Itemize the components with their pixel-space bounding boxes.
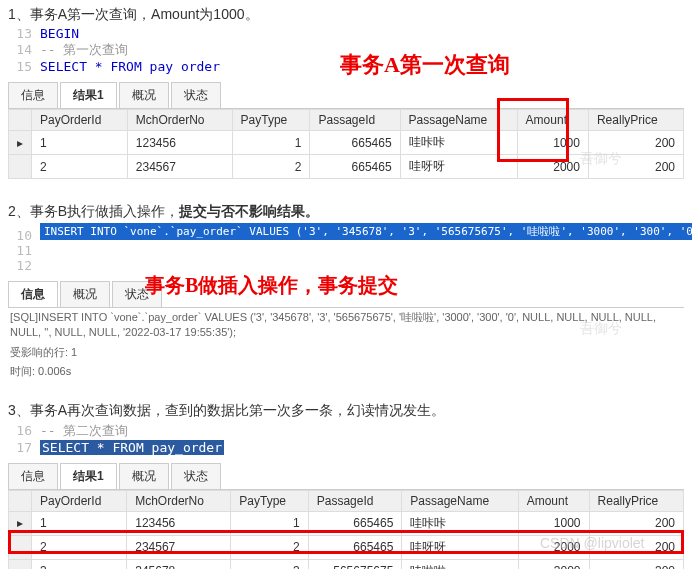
tab-status[interactable]: 状态 xyxy=(171,463,221,489)
code-block-2: 10INSERT INTO `vone`.`pay_order` VALUES … xyxy=(0,223,692,277)
tab-profile[interactable]: 概况 xyxy=(119,463,169,489)
table-header-row: PayOrderIdMchOrderNoPayTypePassageIdPass… xyxy=(9,110,684,131)
tab-result1[interactable]: 结果1 xyxy=(60,463,117,489)
table-row[interactable]: 22345672665465哇呀呀2000200 xyxy=(9,155,684,179)
table-header-row: PayOrderIdMchOrderNoPayTypePassageIdPass… xyxy=(9,490,684,511)
tabs-3: 信息 结果1 概况 状态 xyxy=(8,463,684,490)
annotation-red-2: 事务B做插入操作，事务提交 xyxy=(145,272,398,299)
tab-info[interactable]: 信息 xyxy=(8,82,58,108)
log-line-3: 时间: 0.006s xyxy=(0,362,692,381)
tab-status[interactable]: 状态 xyxy=(171,82,221,108)
tab-info[interactable]: 信息 xyxy=(8,281,58,307)
table-row[interactable]: 33456783565675675哇啦啦3000300 xyxy=(9,559,684,569)
tab-result1[interactable]: 结果1 xyxy=(60,82,117,108)
sql-select-highlight: SELECT * FROM pay_order xyxy=(40,440,224,455)
tab-profile[interactable]: 概况 xyxy=(119,82,169,108)
csdn-watermark: CSDN @lipviolet xyxy=(540,535,644,551)
section2-title: 2、事务B执行做插入操作，提交与否不影响结果。 xyxy=(0,197,692,223)
annotation-red-1: 事务A第一次查询 xyxy=(340,50,510,80)
sql-insert-highlight: INSERT INTO `vone`.`pay_order` VALUES ('… xyxy=(40,223,692,240)
tab-info[interactable]: 信息 xyxy=(8,463,58,489)
section1-title: 1、事务A第一次查询，Amount为1000。 xyxy=(0,0,692,26)
result-table-1[interactable]: PayOrderIdMchOrderNoPayTypePassageIdPass… xyxy=(8,109,684,179)
code-block-3: 16-- 第二次查询 17SELECT * FROM pay_order xyxy=(0,422,692,459)
log-line-1: [SQL]INSERT INTO `vone`.`pay_order` VALU… xyxy=(0,308,692,343)
red-highlight-box-1 xyxy=(497,98,569,162)
section3-title: 3、事务A再次查询数据，查到的数据比第一次多一条，幻读情况发生。 xyxy=(0,396,692,422)
tabs-1: 信息 结果1 概况 状态 xyxy=(8,82,684,109)
table-row[interactable]: ▸11234561665465哇咔咔1000200 xyxy=(9,131,684,155)
log-line-2: 受影响的行: 1 xyxy=(0,343,692,362)
tab-profile[interactable]: 概况 xyxy=(60,281,110,307)
